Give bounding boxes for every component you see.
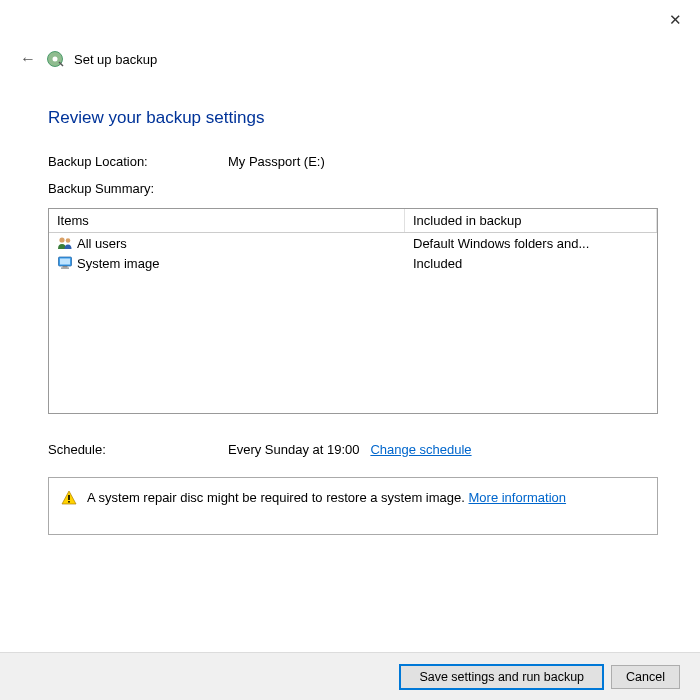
summary-table: Items Included in backup All users Defau… [48, 208, 658, 414]
backup-location-value: My Passport (E:) [228, 154, 325, 169]
backup-summary-label: Backup Summary: [48, 181, 154, 196]
column-header-included[interactable]: Included in backup [405, 209, 657, 232]
warning-box: A system repair disc might be required t… [48, 477, 658, 535]
wizard-title: Set up backup [74, 52, 157, 67]
warning-text: A system repair disc might be required t… [87, 490, 469, 505]
svg-point-3 [66, 238, 71, 243]
schedule-value: Every Sunday at 19:00 [228, 442, 360, 457]
header: ← Set up backup [20, 50, 157, 68]
row-included-value: Default Windows folders and... [413, 236, 649, 251]
save-and-run-button[interactable]: Save settings and run backup [400, 665, 603, 689]
backup-location-label: Backup Location: [48, 154, 228, 169]
svg-rect-6 [63, 266, 68, 268]
page-heading: Review your backup settings [48, 108, 658, 128]
svg-rect-8 [68, 495, 70, 500]
close-button[interactable]: ✕ [669, 12, 682, 27]
back-button[interactable]: ← [20, 51, 36, 67]
table-row[interactable]: All users Default Windows folders and... [49, 233, 657, 253]
more-information-link[interactable]: More information [469, 490, 567, 505]
table-row[interactable]: System image Included [49, 253, 657, 273]
svg-rect-7 [61, 268, 69, 269]
cancel-button[interactable]: Cancel [611, 665, 680, 689]
row-included-value: Included [413, 256, 649, 271]
button-bar: Save settings and run backup Cancel [0, 652, 700, 700]
users-icon [57, 235, 73, 251]
monitor-icon [57, 255, 73, 271]
change-schedule-link[interactable]: Change schedule [370, 442, 471, 457]
row-item-label: System image [77, 256, 159, 271]
svg-rect-5 [60, 259, 70, 265]
svg-rect-9 [68, 501, 70, 503]
warning-icon [61, 490, 77, 506]
schedule-label: Schedule: [48, 442, 228, 457]
column-header-items[interactable]: Items [49, 209, 405, 232]
row-item-label: All users [77, 236, 127, 251]
warning-text-container: A system repair disc might be required t… [87, 490, 566, 505]
svg-point-1 [53, 57, 58, 62]
svg-point-2 [59, 237, 64, 242]
backup-wizard-icon [46, 50, 64, 68]
